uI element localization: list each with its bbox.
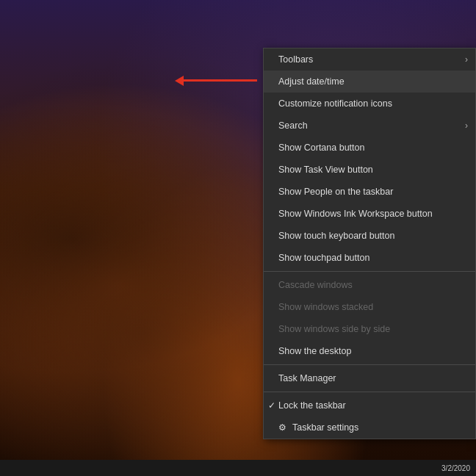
menu-separator	[264, 392, 475, 392]
taskbar: 3/2/2020	[0, 460, 476, 476]
menu-item-show-windows-stacked: Show windows stacked	[264, 296, 475, 318]
menu-item-show-touchpad[interactable]: Show touchpad button	[264, 247, 475, 269]
gear-icon: ⚙	[278, 422, 286, 433]
menu-item-label: Task Manager	[278, 373, 336, 383]
menu-item-show-windows-side-by-side: Show windows side by side	[264, 318, 475, 340]
menu-item-show-ink-workspace[interactable]: Show Windows Ink Workspace button	[264, 203, 475, 225]
menu-item-label: Cascade windows	[278, 280, 353, 290]
menu-item-label: Show windows side by side	[278, 324, 390, 334]
menu-item-customize-notifications[interactable]: Customize notification icons	[264, 93, 475, 115]
context-menu: Toolbars›Adjust date/timeCustomize notif…	[263, 48, 476, 439]
menu-item-label: Customize notification icons	[278, 98, 392, 109]
menu-item-label: Show touchpad button	[278, 253, 369, 263]
menu-item-search[interactable]: Search›	[264, 115, 475, 137]
menu-item-label: Show Task View button	[278, 165, 373, 175]
menu-item-taskbar-settings[interactable]: ⚙Taskbar settings	[264, 416, 475, 439]
menu-item-label: Lock the taskbar	[278, 400, 346, 411]
menu-item-label: Show the desktop	[278, 346, 351, 356]
menu-item-lock-taskbar[interactable]: ✓Lock the taskbar	[264, 394, 475, 416]
menu-item-show-touch-keyboard[interactable]: Show touch keyboard button	[264, 225, 475, 247]
menu-item-show-task-view[interactable]: Show Task View button	[264, 159, 475, 181]
menu-item-label: Toolbars	[278, 54, 313, 65]
menu-item-label: Show People on the taskbar	[278, 187, 393, 197]
menu-item-label: Search	[278, 120, 308, 131]
menu-item-cascade-windows: Cascade windows	[264, 274, 475, 296]
menu-item-show-people[interactable]: Show People on the taskbar	[264, 181, 475, 203]
menu-separator	[264, 271, 475, 272]
menu-item-label: Show Cortana button	[278, 143, 364, 153]
arrow-head	[175, 76, 184, 86]
menu-item-label: Show Windows Ink Workspace button	[278, 209, 433, 219]
arrow-line	[184, 79, 257, 82]
menu-item-label: Taskbar settings	[292, 422, 358, 433]
menu-item-label: Adjust date/time	[278, 76, 345, 87]
menu-item-label: Show touch keyboard button	[278, 231, 394, 241]
arrow-indicator	[184, 79, 257, 82]
checkmark-icon: ✓	[268, 400, 275, 411]
menu-item-toolbars[interactable]: Toolbars›	[264, 48, 475, 71]
menu-item-adjust-datetime[interactable]: Adjust date/time	[264, 71, 475, 93]
menu-item-task-manager[interactable]: Task Manager	[264, 367, 475, 389]
menu-item-show-desktop[interactable]: Show the desktop	[264, 340, 475, 362]
menu-separator	[264, 364, 475, 365]
submenu-arrow-icon: ›	[465, 120, 468, 131]
submenu-arrow-icon: ›	[465, 54, 468, 65]
menu-item-show-cortana[interactable]: Show Cortana button	[264, 137, 475, 159]
taskbar-date: 3/2/2020	[441, 464, 470, 472]
menu-item-label: Show windows stacked	[278, 302, 373, 312]
